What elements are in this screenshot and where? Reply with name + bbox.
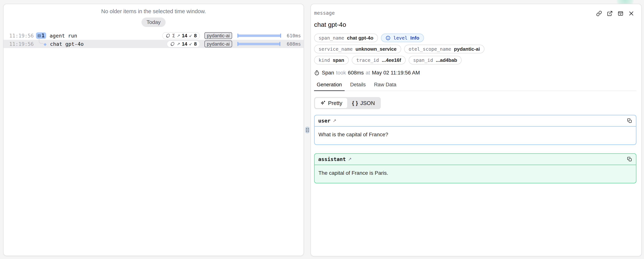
role-link-arrow-icon[interactable]: ↗ — [348, 157, 352, 162]
span-title: chat gpt-4o — [314, 21, 636, 28]
grip-dots-icon — [306, 128, 308, 132]
pretty-toggle-label: Pretty — [328, 100, 342, 106]
tokens-summary-pill: Σ ↗ 14 ↙ 8 — [162, 32, 200, 39]
message-role-label[interactable]: user — [318, 118, 330, 124]
copy-message-icon[interactable] — [627, 118, 632, 124]
collapse-children-button[interactable]: ⊟ 1 — [36, 32, 46, 39]
pretty-toggle-button[interactable]: Pretty — [315, 98, 347, 108]
message-card-assistant: assistant ↗ The capital of France is Par… — [314, 153, 636, 184]
attr-key: span_id — [413, 58, 433, 63]
span-kind-kicker: message — [314, 10, 335, 16]
role-link-arrow-icon[interactable]: ↗ — [333, 118, 336, 123]
span-duration-line: Span took 608ms at May 02 11:19:56 AM — [314, 70, 636, 76]
attr-span-name[interactable]: span_name chat gpt-4o — [314, 34, 378, 42]
tokens-in-icon: ↗ — [177, 33, 180, 38]
span-timeline-bar — [238, 34, 281, 38]
span-diamond-icon: ◆ — [44, 42, 46, 46]
span-start-timestamp: May 02 11:19:56 AM — [372, 70, 420, 76]
attr-key: kind — [318, 58, 330, 63]
attr-value: span — [333, 57, 344, 63]
braces-icon: { } — [352, 100, 358, 106]
span-timeline-bar — [238, 42, 281, 46]
duration-word: at — [366, 70, 370, 76]
span-duration: 610ms — [281, 33, 301, 38]
scope-tag: pydantic-ai — [204, 32, 232, 39]
detail-tabs: Generation Details Raw Data — [314, 82, 636, 91]
tokens-out-icon: ↙ — [189, 33, 192, 38]
tokens-out-count: 8 — [194, 33, 197, 39]
empty-notice: No older items in the selected time wind… — [4, 4, 304, 14]
duration-value: 608ms — [348, 70, 364, 76]
tokens-out-icon: ↙ — [189, 42, 192, 46]
stopwatch-icon — [314, 70, 320, 76]
span-detail-panel: message chat gpt-4o spa — [310, 4, 642, 256]
tab-raw-data[interactable]: Raw Data — [371, 82, 399, 91]
attr-value: chat gpt-4o — [347, 35, 373, 41]
message-card-user: user ↗ What is the capital of France? — [314, 115, 636, 145]
json-toggle-button[interactable]: { } JSON — [347, 98, 380, 108]
trace-list-panel: No older items in the selected time wind… — [3, 4, 304, 256]
span-row-chat-gpt4o[interactable]: 11:19:56 ◆ chat gpt-4o ↗ 14 ↙ 8 pydantic… — [4, 40, 304, 48]
attr-value: ...4ee16f — [382, 57, 401, 63]
span-name-label: agent run — [50, 33, 77, 39]
attr-key: trace_id — [356, 58, 379, 63]
json-toggle-label: JSON — [360, 100, 375, 106]
tokens-out-count: 8 — [194, 41, 197, 47]
attr-trace-id[interactable]: trace_id ...4ee16f — [352, 56, 406, 64]
scope-tag: pydantic-ai — [204, 40, 232, 47]
span-row-agent-run[interactable]: 11:19:56 ⊟ 1 agent run Σ ↗ 14 ↙ 8 pydant… — [4, 32, 304, 40]
message-role-label[interactable]: assistant — [318, 156, 346, 162]
message-content: What is the capital of France? — [315, 127, 636, 144]
children-count: 1 — [42, 33, 45, 38]
span-duration: 608ms — [281, 41, 301, 47]
attr-level[interactable]: level Info — [381, 34, 424, 42]
copy-link-icon[interactable] — [596, 10, 602, 16]
attr-value: Info — [410, 35, 420, 41]
tree-connector — [39, 39, 44, 44]
tokens-in-icon: ↗ — [177, 42, 180, 46]
attr-value: pydantic-ai — [454, 46, 480, 52]
sum-icon: Σ — [172, 33, 175, 38]
duration-word: Span — [322, 70, 334, 76]
tab-generation[interactable]: Generation — [314, 82, 344, 91]
attr-otel-scope-name[interactable]: otel_scope_name pydantic-ai — [404, 45, 484, 53]
attr-value: unknown_service — [356, 46, 396, 52]
attr-key: otel_scope_name — [409, 46, 451, 52]
span-timestamp: 11:19:56 — [9, 41, 32, 47]
info-icon — [386, 36, 390, 40]
span-timestamp: 11:19:56 — [9, 33, 32, 39]
tokens-icon — [166, 33, 170, 38]
tokens-in-count: 14 — [182, 41, 187, 47]
attr-key: level — [394, 35, 408, 41]
message-content: The capital of France is Paris. — [315, 165, 636, 183]
attr-service-name[interactable]: service_name unknown_service — [314, 45, 401, 53]
sparkle-icon — [320, 100, 326, 106]
attr-key: span_name — [318, 35, 344, 41]
span-name-label: chat gpt-4o — [50, 41, 84, 47]
attr-span-id[interactable]: span_id ...ad4bab — [409, 56, 462, 64]
attr-kind[interactable]: kind span — [314, 56, 349, 64]
tab-details[interactable]: Details — [348, 82, 368, 91]
tokens-in-count: 14 — [182, 33, 187, 39]
today-button[interactable]: Today — [142, 18, 166, 27]
view-mode-toggle: Pretty { } JSON — [314, 97, 381, 109]
span-rows: 11:19:56 ⊟ 1 agent run Σ ↗ 14 ↙ 8 pydant… — [4, 32, 304, 48]
tokens-icon — [170, 42, 175, 46]
attribute-pills: span_name chat gpt-4o level Info service… — [314, 34, 636, 64]
close-icon[interactable] — [628, 10, 634, 16]
attr-value: ...ad4bab — [436, 57, 457, 63]
panel-resize-handle[interactable] — [305, 127, 310, 133]
open-external-icon[interactable] — [607, 10, 613, 16]
dock-panel-icon[interactable] — [618, 10, 624, 16]
tokens-summary-pill: ↗ 14 ↙ 8 — [167, 40, 200, 48]
conversation-messages: user ↗ What is the capital of France? as… — [314, 115, 636, 184]
duration-word: took — [336, 70, 346, 76]
attr-key: service_name — [318, 46, 353, 52]
copy-message-icon[interactable] — [627, 156, 632, 162]
collapse-minus-icon: ⊟ — [38, 33, 41, 38]
